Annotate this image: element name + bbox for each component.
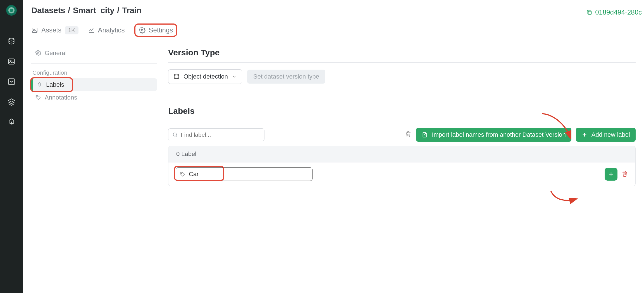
tab-assets[interactable]: Assets 1K (31, 26, 78, 34)
tabs: Assets 1K Analytics Settings (31, 23, 636, 41)
svg-rect-5 (32, 28, 37, 32)
version-type-select[interactable]: Object detection (168, 69, 242, 84)
sidebar-item-labels[interactable]: Labels (31, 78, 157, 91)
svg-point-7 (141, 29, 143, 31)
tab-analytics[interactable]: Analytics (88, 26, 125, 34)
search-label-box[interactable] (168, 128, 264, 141)
file-import-icon (422, 132, 428, 138)
breadcrumb-sep: / (117, 6, 119, 15)
labels-count: 0 Label (168, 146, 635, 162)
content-panel: Version Type Object detection Set datase… (165, 41, 644, 293)
rail-item-deploy[interactable] (8, 118, 15, 127)
sidebar-category: Configuration (31, 64, 157, 78)
sidebar-item-annotations[interactable]: Annotations (31, 91, 157, 104)
trash-icon (621, 170, 628, 177)
svg-rect-1 (9, 59, 15, 64)
delete-label-button[interactable] (621, 170, 628, 178)
tab-analytics-label: Analytics (98, 26, 125, 34)
main-area: Datasets / Smart_city / Train 0189d494-2… (23, 0, 644, 293)
chart-frame-icon (8, 78, 15, 86)
image-icon (31, 27, 38, 34)
svg-point-15 (173, 133, 176, 136)
import-labels-label: Import label names from another Dataset … (432, 131, 566, 138)
search-label-input[interactable] (181, 131, 260, 138)
version-id-link[interactable]: 0189d494-280c (586, 8, 642, 16)
sidebar-item-general[interactable]: General (31, 47, 157, 60)
add-new-label-text: Add new label (591, 131, 630, 138)
left-rail (0, 0, 23, 293)
labels-card: 0 Label (168, 146, 636, 186)
image-icon (8, 58, 15, 65)
sidebar-item-labels-label: Labels (46, 81, 64, 88)
annotation-arrow (549, 189, 580, 207)
header: Datasets / Smart_city / Train 0189d494-2… (23, 0, 644, 41)
rail-item-layers[interactable] (8, 98, 15, 107)
breadcrumb-dataset[interactable]: Smart_city (73, 6, 114, 15)
layers-icon (8, 98, 15, 106)
sidebar-item-general-label: General (45, 49, 66, 57)
rail-item-database[interactable] (8, 37, 15, 46)
chart-line-icon (88, 27, 95, 34)
tab-settings-label: Settings (149, 26, 173, 34)
plus-icon (608, 171, 614, 177)
rail-item-images[interactable] (8, 58, 15, 67)
logo-icon[interactable] (6, 5, 17, 16)
tab-settings[interactable]: Settings (134, 23, 178, 37)
confirm-add-label-button[interactable] (605, 168, 617, 181)
import-labels-button[interactable]: Import label names from another Dataset … (416, 128, 571, 142)
chevron-down-icon (232, 74, 237, 79)
plus-icon (581, 132, 588, 138)
set-version-type-button[interactable]: Set dataset version type (247, 70, 325, 84)
svg-point-9 (37, 96, 37, 97)
pin-icon (37, 82, 43, 88)
version-type-title: Version Type (168, 48, 636, 63)
breadcrumb-version[interactable]: Train (122, 6, 141, 15)
svg-rect-4 (588, 11, 591, 14)
search-icon (172, 132, 178, 138)
version-type-value: Object detection (183, 73, 228, 80)
delete-all-button[interactable] (405, 131, 412, 139)
svg-point-0 (9, 38, 14, 40)
gear-icon (35, 50, 41, 56)
tab-assets-badge: 1K (65, 26, 78, 34)
tag-icon (35, 94, 41, 101)
breadcrumb: Datasets / Smart_city / Train (31, 6, 636, 15)
settings-sidebar: General Configuration Labels Annotations (23, 41, 165, 293)
gear-icon (139, 27, 146, 34)
breadcrumb-root[interactable]: Datasets (31, 6, 65, 15)
label-name-input[interactable] (176, 167, 313, 181)
labels-title: Labels (168, 106, 636, 121)
version-id-text: 0189d494-280c (595, 8, 642, 16)
svg-point-16 (181, 173, 182, 174)
add-new-label-button[interactable]: Add new label (576, 128, 636, 142)
tag-icon (180, 171, 186, 177)
trash-icon (405, 131, 412, 138)
cube-arrow-icon (8, 118, 15, 126)
bounding-box-icon (173, 74, 180, 80)
copy-icon (586, 9, 592, 15)
sidebar-item-annotations-label: Annotations (45, 94, 77, 101)
rail-item-models[interactable] (8, 78, 15, 87)
label-input-wrap (176, 167, 313, 181)
label-row (168, 162, 635, 186)
svg-point-8 (37, 52, 39, 54)
breadcrumb-sep: / (68, 6, 70, 15)
database-icon (8, 37, 15, 45)
tab-assets-label: Assets (41, 26, 61, 34)
